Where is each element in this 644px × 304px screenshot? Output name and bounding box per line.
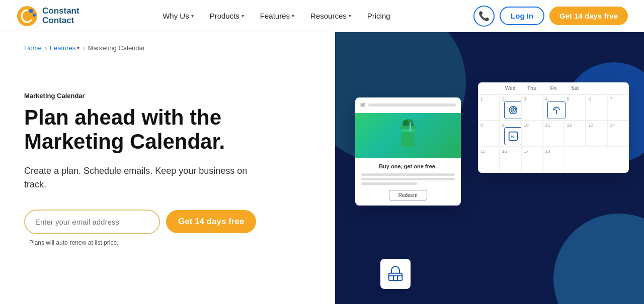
breadcrumb: Home › Features ▾ › Marketing Calendar (24, 32, 311, 52)
email-line-3 (361, 182, 418, 185)
breadcrumb-home[interactable]: Home (24, 44, 42, 52)
cal-cell: 11 (543, 121, 565, 147)
nav-why-us[interactable]: Why Us ▾ (155, 8, 201, 24)
email-card-body: Buy one, get one free. Redeem (355, 158, 461, 206)
chevron-down-icon: ▾ (242, 13, 244, 19)
chevron-down-icon: ▾ (292, 13, 294, 19)
nav-features[interactable]: Features ▾ (253, 8, 301, 24)
cal-cell: 6 (586, 94, 607, 121)
cal-day-wed: Wed (500, 82, 521, 94)
cal-day-empty (478, 82, 500, 94)
email-card-promo-text: Buy one, get one free. (361, 163, 455, 169)
cal-cell: 8 (478, 121, 500, 147)
cal-cell: 16 (500, 147, 521, 173)
nav-pricing[interactable]: Pricing (360, 8, 397, 24)
email-line-2 (361, 178, 455, 180)
redeem-button-mockup: Redeem (389, 190, 427, 200)
email-line-1 (361, 173, 455, 176)
logo-text: Constant Contact (42, 7, 79, 25)
cal-cell: 3 (521, 94, 543, 121)
logo[interactable]: Constant Contact (16, 5, 79, 27)
cal-cell: 13 (586, 121, 607, 147)
breadcrumb-sep-2: › (83, 44, 85, 52)
cal-cell: 5 (564, 94, 586, 121)
hero-content: Marketing Calendar Plan ahead with the M… (24, 92, 311, 246)
cal-cell: 4 (543, 94, 565, 121)
auto-renew-note: Plans will auto-renew at list price. (29, 239, 311, 246)
cal-cell: 10 (521, 121, 543, 147)
calendar-icon-target (504, 101, 522, 119)
calendar-header: Wed Thu Fri Sat (478, 82, 629, 94)
breadcrumb-sep-1: › (45, 44, 47, 52)
email-input[interactable] (24, 210, 160, 234)
cal-day-sat: Sat (564, 82, 586, 94)
email-card-mockup: ✉ (355, 97, 461, 206)
email-header-line (368, 104, 456, 107)
nav-products[interactable]: Products ▾ (203, 8, 251, 24)
email-card-image (355, 113, 461, 158)
nav-actions: 📞 Log In Get 14 days free (473, 6, 628, 27)
get-free-trial-button-main[interactable]: Get 14 days free (166, 210, 256, 233)
calendar-body: 1 2 3 4 (478, 94, 629, 173)
cal-cell: 14 (607, 121, 629, 147)
breadcrumb-current: Marketing Calendar (88, 44, 145, 52)
store-icon-box (380, 259, 411, 289)
nav-resources[interactable]: Resources ▾ (303, 8, 358, 24)
phone-button[interactable]: 📞 (473, 6, 495, 27)
cal-cell: 17 (521, 147, 543, 173)
calendar-icon-plant (547, 101, 566, 119)
breadcrumb-features[interactable]: Features ▾ (50, 44, 79, 52)
cal-day-thu: Thu (521, 82, 543, 94)
get-free-trial-button-nav[interactable]: Get 14 days free (549, 7, 628, 25)
svg-rect-19 (393, 276, 397, 280)
login-button[interactable]: Log In (500, 7, 544, 25)
svg-line-14 (515, 109, 516, 110)
nav-links: Why Us ▾ Products ▾ Features ▾ Resources… (79, 8, 473, 24)
cal-day-fri: Fri (543, 82, 565, 94)
email-icon: ✉ (360, 102, 365, 109)
cal-day-extra2 (607, 82, 629, 94)
calendar-icon-sale: % (504, 127, 522, 145)
email-redeem-area: Redeem (361, 190, 455, 200)
page-wrapper: Home › Features ▾ › Marketing Calendar M… (0, 32, 644, 304)
svg-point-1 (29, 9, 33, 13)
chevron-down-icon: ▾ (349, 13, 351, 19)
chevron-down-icon: ▾ (77, 45, 79, 51)
right-panel: ✉ (335, 32, 644, 304)
circle-decoration-br (553, 214, 644, 304)
cal-cell: 12 (564, 121, 586, 147)
navbar: Constant Contact Why Us ▾ Products ▾ Fea… (0, 0, 644, 32)
hero-title: Plan ahead with the Marketing Calendar. (24, 106, 311, 154)
hero-subtitle: Create a plan. Schedule emails. Keep you… (24, 164, 266, 191)
svg-point-2 (33, 14, 36, 17)
hero-label: Marketing Calendar (24, 92, 311, 99)
cal-cell: 7 (607, 94, 629, 121)
cal-cell: 15 (478, 147, 500, 173)
email-card-header: ✉ (355, 97, 461, 113)
cal-cell: 18 (543, 147, 565, 173)
svg-rect-17 (388, 273, 402, 281)
cal-day-extra1 (586, 82, 607, 94)
svg-rect-6 (401, 132, 415, 147)
left-panel: Home › Features ▾ › Marketing Calendar M… (0, 32, 335, 304)
svg-text:%: % (511, 134, 515, 139)
cal-cell: 2 (500, 94, 521, 121)
calendar-card-mockup: Wed Thu Fri Sat 1 2 (478, 82, 629, 173)
cal-cell: 9 % (500, 121, 521, 147)
cal-cell: 1 (478, 94, 500, 121)
svg-point-12 (513, 110, 514, 111)
phone-icon: 📞 (478, 11, 490, 22)
email-card-lines (361, 173, 455, 185)
cta-form: Get 14 days free (24, 210, 311, 234)
chevron-down-icon: ▾ (191, 13, 194, 19)
